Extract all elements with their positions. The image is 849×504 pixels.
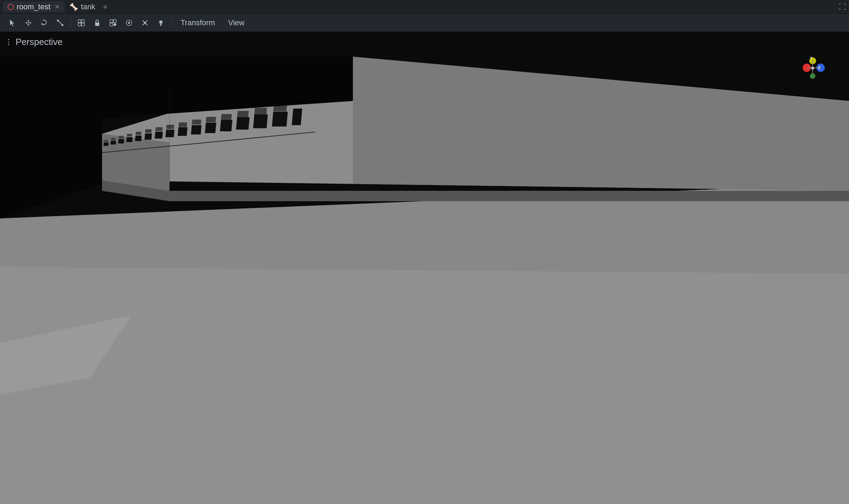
svg-rect-59 bbox=[155, 127, 163, 131]
svg-rect-12 bbox=[78, 23, 81, 26]
lock-tool[interactable] bbox=[90, 17, 104, 29]
svg-rect-51 bbox=[292, 109, 302, 125]
svg-rect-60 bbox=[166, 125, 174, 129]
svg-rect-48 bbox=[236, 117, 249, 130]
anchor-icon bbox=[141, 19, 149, 27]
svg-rect-13 bbox=[82, 23, 84, 26]
toolbar-separator-1 bbox=[71, 18, 71, 28]
svg-marker-4 bbox=[25, 22, 27, 24]
mesh-icon bbox=[125, 19, 133, 27]
toolbar: Transform View bbox=[0, 14, 849, 32]
tab-close-room-test[interactable]: ✕ bbox=[55, 3, 60, 11]
tab-icon-person: 🦴 bbox=[70, 3, 78, 11]
tab-tank[interactable]: 🦴 tank bbox=[65, 1, 100, 12]
svg-marker-5 bbox=[30, 22, 31, 24]
svg-rect-50 bbox=[272, 112, 288, 127]
svg-point-77 bbox=[810, 73, 815, 79]
cursor-icon bbox=[9, 19, 16, 27]
move-tool[interactable] bbox=[21, 17, 35, 29]
transform-button[interactable]: Transform bbox=[175, 17, 220, 29]
lock-icon bbox=[93, 19, 101, 27]
svg-rect-16 bbox=[113, 20, 116, 22]
svg-rect-47 bbox=[220, 120, 232, 131]
title-bar: room_test ✕ 🦴 tank + ⛶ bbox=[0, 0, 849, 14]
svg-point-24 bbox=[159, 20, 163, 24]
svg-rect-10 bbox=[78, 20, 81, 22]
svg-marker-2 bbox=[27, 20, 29, 21]
toolbar-separator-2 bbox=[171, 18, 172, 28]
axis-gizmo[interactable]: Z Y bbox=[797, 53, 828, 84]
tab-room-test[interactable]: room_test ✕ bbox=[3, 1, 65, 12]
perspective-label[interactable]: ⋮ Perspective bbox=[5, 37, 63, 47]
axis-gizmo-svg: Z Y bbox=[797, 53, 828, 84]
tab-room-test-label: room_test bbox=[17, 2, 51, 11]
svg-rect-40 bbox=[135, 136, 142, 141]
svg-point-1 bbox=[28, 22, 29, 24]
svg-rect-43 bbox=[165, 130, 174, 137]
svg-rect-57 bbox=[136, 132, 142, 135]
svg-point-20 bbox=[128, 22, 130, 24]
svg-rect-25 bbox=[160, 24, 162, 26]
svg-point-23 bbox=[144, 22, 146, 24]
svg-rect-49 bbox=[253, 114, 268, 128]
svg-rect-36 bbox=[103, 142, 109, 146]
svg-rect-17 bbox=[110, 23, 113, 26]
tab-tank-label: tank bbox=[81, 2, 95, 11]
svg-rect-15 bbox=[110, 20, 113, 22]
scale-tool[interactable] bbox=[53, 17, 67, 29]
anchor-tool[interactable] bbox=[138, 17, 152, 29]
viewport[interactable]: ⋮ Perspective Z Y bbox=[0, 32, 849, 504]
svg-rect-42 bbox=[155, 132, 163, 139]
svg-marker-3 bbox=[27, 24, 29, 26]
scale-icon bbox=[56, 19, 64, 27]
svg-rect-56 bbox=[127, 134, 132, 137]
svg-rect-44 bbox=[178, 127, 188, 136]
view-button[interactable]: View bbox=[222, 17, 250, 29]
svg-marker-0 bbox=[10, 20, 14, 26]
grid-tool[interactable] bbox=[74, 17, 88, 29]
grid-icon bbox=[77, 19, 85, 27]
paint-icon bbox=[157, 19, 165, 27]
svg-rect-39 bbox=[126, 137, 133, 142]
snap-icon bbox=[109, 19, 117, 27]
scene-canvas bbox=[0, 32, 849, 504]
perspective-menu-dots[interactable]: ⋮ bbox=[5, 38, 13, 47]
svg-text:Y: Y bbox=[810, 56, 813, 60]
snap-tool[interactable] bbox=[106, 17, 120, 29]
svg-rect-37 bbox=[110, 141, 116, 144]
select-tool[interactable] bbox=[6, 17, 19, 29]
svg-rect-63 bbox=[206, 117, 216, 122]
svg-rect-61 bbox=[179, 122, 187, 127]
svg-rect-66 bbox=[254, 108, 267, 114]
move-icon bbox=[25, 19, 32, 27]
rotate-tool[interactable] bbox=[37, 17, 51, 29]
svg-point-18 bbox=[113, 23, 116, 26]
tab-icon-circle bbox=[8, 4, 14, 10]
svg-rect-58 bbox=[145, 129, 152, 133]
mesh-tool[interactable] bbox=[122, 17, 136, 29]
svg-rect-54 bbox=[111, 138, 116, 140]
expand-icon[interactable]: ⛶ bbox=[839, 2, 846, 11]
svg-rect-45 bbox=[191, 125, 201, 134]
svg-rect-11 bbox=[82, 20, 84, 22]
svg-point-78 bbox=[811, 67, 814, 69]
svg-rect-9 bbox=[57, 20, 59, 21]
svg-rect-64 bbox=[221, 114, 232, 120]
perspective-text: Perspective bbox=[16, 37, 63, 47]
rotate-icon bbox=[40, 19, 48, 27]
paint-tool[interactable] bbox=[154, 17, 168, 29]
svg-rect-65 bbox=[237, 111, 249, 117]
svg-rect-46 bbox=[205, 123, 216, 133]
svg-rect-53 bbox=[104, 140, 108, 142]
svg-rect-41 bbox=[145, 133, 152, 140]
svg-rect-62 bbox=[192, 120, 201, 124]
svg-rect-38 bbox=[118, 139, 124, 143]
svg-rect-55 bbox=[119, 136, 124, 138]
add-tab-button[interactable]: + bbox=[100, 2, 110, 12]
svg-rect-8 bbox=[62, 24, 63, 26]
svg-rect-14 bbox=[95, 22, 99, 26]
svg-text:Z: Z bbox=[818, 66, 821, 70]
